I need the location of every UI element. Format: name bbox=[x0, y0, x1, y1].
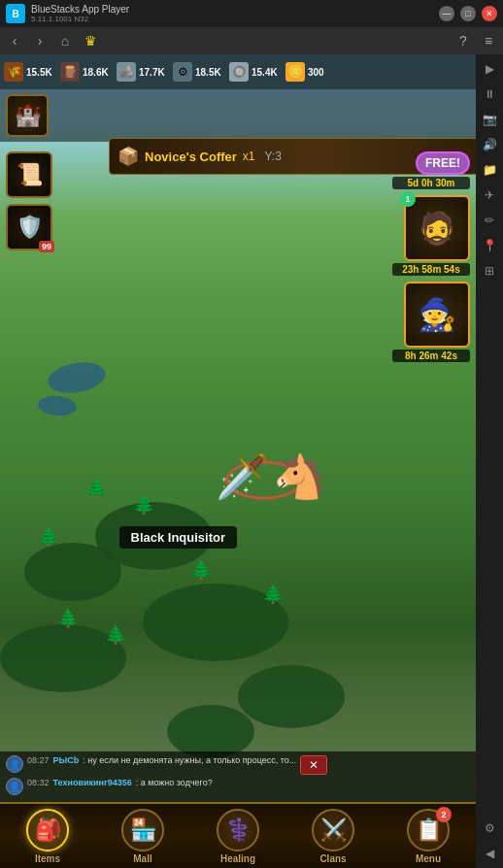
free-timer-text: 5d 0h 30m bbox=[392, 177, 470, 189]
iron-icon: ⚙ bbox=[173, 62, 192, 82]
items-icon: 🎒 bbox=[35, 818, 61, 843]
menu-icon: 📋 bbox=[416, 818, 442, 843]
healing-icon-wrap: ⚕️ bbox=[217, 809, 259, 851]
nav-clans[interactable]: ⚔️ Clans bbox=[304, 809, 362, 864]
sidebar-location-btn[interactable]: 📍 bbox=[479, 235, 500, 256]
forest-2 bbox=[24, 543, 121, 601]
avatar-2-icon[interactable]: 🧙 bbox=[404, 282, 470, 348]
food-value: 15.5K bbox=[26, 67, 52, 78]
right-timers: FREE! 5d 0h 30m 🧔 1 23h 58m 54s 🧙 8h 26m… bbox=[392, 151, 470, 362]
clans-label: Clans bbox=[319, 853, 346, 864]
nav-mall[interactable]: 🏪 Mall bbox=[114, 809, 172, 864]
app-frame: B BlueStacks App Player 5.11.1.1001 N32 … bbox=[0, 0, 503, 868]
nav-items[interactable]: 🎒 Items bbox=[18, 809, 77, 864]
sidebar-camera-btn[interactable]: 📷 bbox=[479, 109, 500, 130]
maximize-button[interactable]: □ bbox=[460, 6, 476, 21]
nav-crown-button[interactable]: ♛ bbox=[80, 30, 101, 51]
mall-icon: 🏪 bbox=[130, 818, 156, 843]
forest-6 bbox=[167, 705, 254, 758]
nav-back-button[interactable]: ‹ bbox=[4, 30, 25, 51]
water-1 bbox=[46, 358, 108, 397]
avatar-1-timer: 23h 58m 54s bbox=[392, 263, 470, 276]
bluestacks-title-text: BlueStacks App Player bbox=[31, 4, 433, 15]
right-sidebar: ▶ ⏸ 📷 🔊 📁 ✈ ✏ 📍 ⊞ ⚙ ◀ bbox=[476, 54, 503, 868]
resource-iron[interactable]: ⚙ 18.5K bbox=[173, 62, 223, 82]
logo-text: B bbox=[12, 9, 18, 19]
scroll-icon-button[interactable]: 📜 bbox=[6, 151, 52, 198]
sidebar-back-btn[interactable]: ◀ bbox=[479, 843, 500, 864]
tree-7: 🌲 bbox=[57, 608, 79, 629]
wood-value: 18.6K bbox=[83, 67, 109, 78]
tree-3: 🌲 bbox=[38, 526, 59, 548]
avatar-1-icon[interactable]: 🧔 1 bbox=[404, 195, 470, 261]
silver-icon: 🔘 bbox=[229, 62, 249, 82]
shield-level-badge: 99 bbox=[39, 241, 54, 252]
coffer-quantity: x1 bbox=[243, 150, 255, 163]
building-bar: 🏰 📦 Novice's Coffer x1 Y:3 ✕ bbox=[0, 89, 476, 142]
tree-5: 🌲 bbox=[262, 584, 284, 605]
nav-menu-button[interactable]: ≡ bbox=[478, 30, 499, 51]
left-icons: 📜 🛡️ 99 bbox=[6, 151, 52, 250]
tree-4: 🌲 bbox=[190, 559, 212, 581]
menu-label: Menu bbox=[416, 853, 441, 864]
free-timer-item: FREE! 5d 0h 30m bbox=[392, 151, 470, 189]
avatar-timer-2: 🧙 8h 26m 42s bbox=[392, 282, 470, 362]
iron-value: 18.5K bbox=[195, 67, 221, 78]
coffer-icon: 📦 bbox=[117, 146, 139, 167]
minimize-button[interactable]: — bbox=[439, 6, 454, 21]
wood-icon: 🪵 bbox=[60, 62, 80, 82]
avatar-2-timer: 8h 26m 42s bbox=[392, 350, 470, 362]
sidebar-edit-btn[interactable]: ✏ bbox=[479, 210, 500, 231]
game-viewport: 🌲 🌲 🌲 🌲 🌲 🌲 🌲 🌾 15.5K 🪵 18.6K bbox=[0, 54, 476, 868]
bottom-nav: 🎒 Items 🏪 Mall ⚕️ Healing bbox=[0, 802, 476, 868]
bluestacks-version: 5.11.1.1001 N32 bbox=[31, 15, 433, 23]
silver-value: 15.4K bbox=[252, 67, 278, 78]
sidebar-grid-btn[interactable]: ⊞ bbox=[479, 260, 500, 282]
resource-food[interactable]: 🌾 15.5K bbox=[4, 62, 54, 82]
sidebar-sound-btn[interactable]: 🔊 bbox=[479, 134, 500, 155]
resource-silver[interactable]: 🔘 15.4K bbox=[229, 62, 280, 82]
clans-icon: ⚔️ bbox=[320, 818, 347, 843]
bluestacks-topbar: B BlueStacks App Player 5.11.1.1001 N32 … bbox=[0, 0, 503, 27]
nav-forward-button[interactable]: › bbox=[29, 30, 50, 51]
close-button[interactable]: ✕ bbox=[482, 6, 497, 21]
resource-stone[interactable]: 🪨 17.7K bbox=[117, 62, 167, 82]
sidebar-play-btn[interactable]: ▶ bbox=[479, 58, 500, 80]
healing-icon: ⚕️ bbox=[225, 818, 252, 843]
nav-menu[interactable]: 📋 2 Menu bbox=[399, 809, 457, 864]
sidebar-flight-btn[interactable]: ✈ bbox=[479, 184, 500, 206]
stone-value: 17.7K bbox=[139, 67, 165, 78]
gold-icon: 🪙 bbox=[285, 62, 305, 82]
food-icon: 🌾 bbox=[4, 62, 23, 82]
navigation-bar: ‹ › ⌂ ♛ ? ≡ bbox=[0, 27, 503, 54]
healing-label: Healing bbox=[220, 853, 255, 864]
avatar-1-level: 1 bbox=[400, 191, 416, 207]
resource-wood[interactable]: 🪵 18.6K bbox=[60, 62, 111, 82]
sidebar-settings-btn[interactable]: ⚙ bbox=[479, 818, 500, 839]
tree-6: 🌲 bbox=[105, 624, 126, 646]
resource-bar: 🌾 15.5K 🪵 18.6K 🪨 17.7K ⚙ 18.5K 🔘 bbox=[0, 54, 476, 89]
forest-5 bbox=[238, 665, 345, 728]
avatar-timer-1: 🧔 1 23h 58m 54s bbox=[392, 195, 470, 276]
menu-icon-wrap: 📋 2 bbox=[407, 809, 450, 851]
tree-2: 🌲 bbox=[133, 494, 154, 516]
sidebar-pause-btn[interactable]: ⏸ bbox=[479, 83, 500, 105]
resource-gold[interactable]: 🪙 300 bbox=[285, 62, 336, 82]
items-label: Items bbox=[35, 853, 60, 864]
sidebar-folder-btn[interactable]: 📁 bbox=[479, 159, 500, 181]
castle-icon[interactable]: 🏰 bbox=[6, 94, 49, 137]
tree-1: 🌲 bbox=[85, 478, 107, 499]
mall-label: Mall bbox=[133, 853, 151, 864]
gold-value: 300 bbox=[308, 67, 324, 78]
coffer-coords: Y:3 bbox=[265, 150, 282, 163]
nav-help-button[interactable]: ? bbox=[453, 30, 474, 51]
nav-home-button[interactable]: ⌂ bbox=[54, 30, 76, 51]
mall-icon-wrap: 🏪 bbox=[121, 809, 164, 851]
menu-badge: 2 bbox=[436, 807, 452, 822]
free-badge[interactable]: FREE! bbox=[416, 151, 470, 175]
shield-icon-button[interactable]: 🛡️ 99 bbox=[6, 204, 52, 250]
bluestacks-logo: B bbox=[6, 4, 25, 23]
items-icon-wrap: 🎒 bbox=[26, 809, 69, 851]
coffer-text: Novice's Coffer bbox=[145, 150, 237, 164]
nav-healing[interactable]: ⚕️ Healing bbox=[209, 809, 267, 864]
